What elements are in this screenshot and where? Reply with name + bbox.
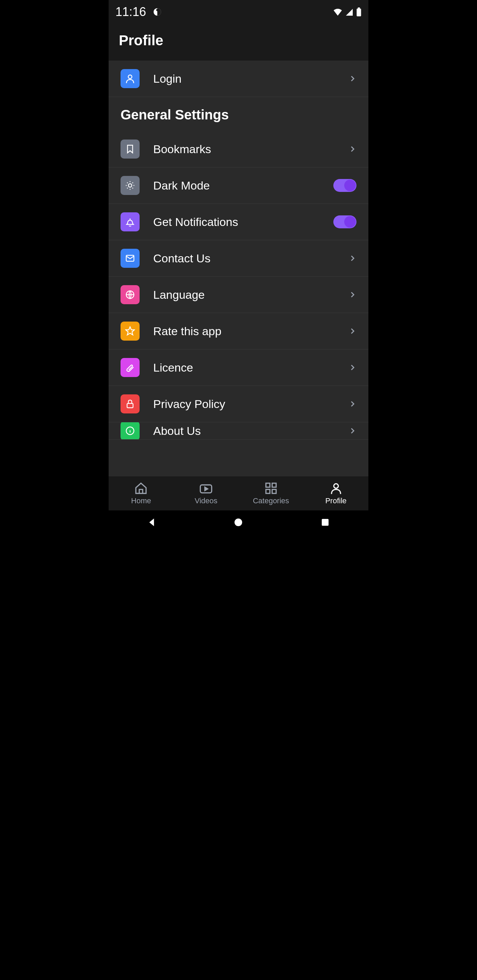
recents-button[interactable] (320, 517, 330, 527)
svg-rect-13 (266, 489, 270, 493)
svg-point-16 (235, 519, 242, 527)
home-button[interactable] (233, 517, 243, 527)
contact-label: Contact Us (153, 252, 335, 265)
chevron-right-icon (348, 254, 356, 262)
profile-icon (329, 482, 343, 495)
login-row[interactable]: Login (108, 60, 369, 97)
svg-rect-2 (357, 8, 361, 16)
svg-rect-11 (266, 483, 270, 487)
nav-categories-label: Categories (253, 496, 289, 505)
video-icon (199, 482, 213, 495)
language-row[interactable]: Language (108, 277, 369, 313)
chevron-right-icon (348, 427, 356, 435)
contact-row[interactable]: Contact Us (108, 240, 369, 277)
nav-videos[interactable]: Videos (174, 482, 239, 505)
bookmarks-row[interactable]: Bookmarks (108, 131, 369, 167)
privacy-row[interactable]: Privacy Policy (108, 386, 369, 422)
info-icon (121, 422, 140, 440)
chevron-right-icon (348, 145, 356, 153)
darkmode-row: Dark Mode (108, 167, 369, 204)
lock-icon (121, 395, 140, 414)
notifications-row: Get Notifications (108, 204, 369, 240)
paperclip-icon (121, 358, 140, 377)
system-nav (108, 511, 369, 534)
nav-categories[interactable]: Categories (239, 482, 304, 505)
sun-icon (121, 176, 140, 195)
svg-rect-8 (127, 404, 133, 408)
darkmode-toggle[interactable] (333, 179, 356, 192)
rate-label: Rate this app (153, 325, 335, 338)
nav-home-label: Home (131, 496, 151, 505)
svg-point-4 (128, 75, 132, 79)
about-label: About Us (153, 424, 335, 438)
nav-profile-label: Profile (325, 496, 346, 505)
nav-home[interactable]: Home (108, 482, 174, 505)
bottom-nav: Home Videos Categories Profile (108, 476, 369, 511)
content: Login General Settings Bookmarks Dark Mo… (108, 60, 369, 476)
privacy-label: Privacy Policy (153, 398, 335, 411)
svg-rect-12 (272, 483, 276, 487)
bookmarks-label: Bookmarks (153, 143, 335, 156)
notifications-toggle[interactable] (333, 215, 356, 228)
chevron-right-icon (348, 327, 356, 335)
login-label: Login (153, 72, 335, 86)
chevron-right-icon (348, 363, 356, 372)
chevron-right-icon (348, 291, 356, 299)
battery-icon (356, 8, 362, 16)
about-row[interactable]: About Us (108, 422, 369, 440)
mail-icon (121, 249, 140, 268)
header: Profile (108, 24, 369, 60)
status-time: 11:16 (115, 5, 146, 19)
svg-point-5 (128, 184, 132, 187)
nav-videos-label: Videos (195, 496, 217, 505)
licence-row[interactable]: Licence (108, 350, 369, 386)
wifi-icon (333, 8, 343, 16)
bookmark-icon (121, 140, 140, 159)
star-icon (121, 321, 140, 340)
licence-label: Licence (153, 361, 335, 374)
chevron-right-icon (348, 75, 356, 83)
chevron-right-icon (348, 400, 356, 408)
bell-icon (121, 212, 140, 231)
svg-point-15 (333, 484, 338, 488)
svg-rect-3 (358, 8, 360, 8)
globe-icon (121, 285, 140, 304)
darkmode-label: Dark Mode (153, 179, 320, 192)
svg-point-1 (156, 9, 159, 11)
cellular-icon (345, 8, 353, 16)
notifications-label: Get Notifications (153, 215, 320, 229)
status-app-icon (153, 8, 162, 16)
status-bar: 11:16 (108, 0, 369, 24)
user-icon (121, 69, 140, 88)
language-label: Language (153, 288, 335, 301)
home-icon (134, 482, 148, 495)
svg-rect-17 (322, 519, 329, 526)
back-button[interactable] (147, 517, 157, 527)
page-title: Profile (119, 32, 358, 49)
rate-row[interactable]: Rate this app (108, 313, 369, 350)
grid-icon (264, 482, 278, 495)
section-title: General Settings (108, 97, 369, 131)
svg-rect-14 (272, 489, 276, 493)
nav-profile[interactable]: Profile (303, 482, 369, 505)
